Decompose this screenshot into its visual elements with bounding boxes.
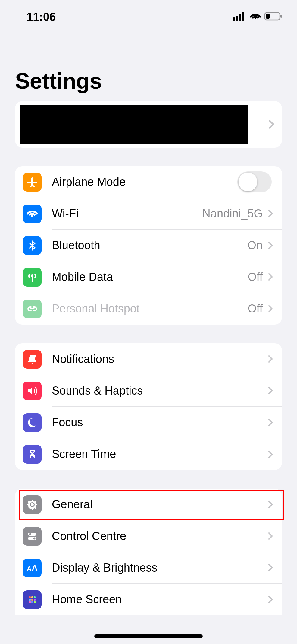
system-group-wrapper: General Control Centre AA Display & Brig… (15, 489, 282, 615)
svg-rect-5 (280, 15, 282, 18)
cellular-icon (233, 12, 246, 22)
bluetooth-value: On (247, 239, 263, 252)
speaker-icon (23, 382, 42, 400)
text-size-icon: AA (23, 559, 42, 577)
mobile-data-row[interactable]: Mobile Data Off (15, 261, 282, 293)
control-centre-label: Control Centre (52, 530, 268, 543)
bluetooth-row[interactable]: Bluetooth On (15, 230, 282, 261)
chevron-right-icon (268, 500, 273, 508)
svg-rect-26 (31, 596, 33, 598)
alerts-group: Notifications Sounds & Haptics Focus Scr… (15, 343, 282, 470)
general-label: General (52, 498, 268, 511)
svg-rect-33 (34, 601, 36, 603)
airplane-icon (23, 173, 42, 192)
display-brightness-row[interactable]: AA Display & Brightness (15, 552, 282, 584)
bluetooth-label: Bluetooth (52, 239, 247, 252)
display-brightness-label: Display & Brightness (52, 561, 268, 574)
mobile-data-value: Off (248, 271, 263, 284)
notifications-label: Notifications (52, 353, 268, 366)
sounds-haptics-label: Sounds & Haptics (52, 384, 268, 397)
chevron-right-icon (268, 450, 273, 458)
control-centre-row[interactable]: Control Centre (15, 520, 282, 552)
focus-label: Focus (52, 416, 268, 429)
personal-hotspot-value: Off (248, 302, 263, 315)
svg-rect-14 (36, 504, 37, 505)
screen-time-label: Screen Time (52, 448, 268, 461)
chevron-right-icon (268, 305, 273, 313)
wifi-label: Wi-Fi (52, 207, 202, 220)
general-row[interactable]: General (15, 489, 282, 520)
svg-rect-2 (239, 14, 241, 21)
status-indicators (233, 12, 283, 22)
svg-point-9 (33, 355, 36, 358)
airplane-mode-label: Airplane Mode (52, 176, 237, 189)
bluetooth-icon (23, 236, 42, 255)
mobile-data-label: Mobile Data (52, 271, 248, 284)
chevron-right-icon (268, 210, 273, 217)
svg-rect-32 (31, 601, 33, 603)
airplane-mode-toggle[interactable] (237, 171, 272, 192)
app-grid-icon (23, 590, 42, 609)
svg-rect-11 (32, 500, 33, 501)
svg-text:A: A (32, 563, 38, 573)
gear-icon (23, 495, 42, 514)
svg-rect-1 (236, 16, 238, 21)
status-time: 11:06 (27, 11, 56, 24)
svg-rect-29 (31, 599, 33, 601)
svg-text:A: A (27, 565, 32, 573)
battery-icon (264, 12, 283, 22)
wifi-row[interactable]: Wi-Fi Nandini_5G (15, 198, 282, 230)
personal-hotspot-label: Personal Hotspot (52, 302, 248, 315)
antenna-icon (23, 268, 42, 287)
airplane-mode-row[interactable]: Airplane Mode (15, 166, 282, 198)
svg-rect-7 (32, 277, 33, 282)
svg-point-22 (33, 537, 36, 539)
personal-hotspot-row[interactable]: Personal Hotspot Off (15, 293, 282, 325)
system-group: General Control Centre AA Display & Brig… (15, 489, 282, 615)
svg-rect-13 (27, 504, 29, 505)
chevron-right-icon (268, 273, 273, 281)
wifi-icon (23, 205, 42, 223)
connectivity-group: Airplane Mode Wi-Fi Nandini_5G Bluetooth… (15, 166, 282, 325)
wifi-status-icon (249, 12, 261, 22)
account-row[interactable] (15, 101, 282, 148)
account-redacted (20, 105, 248, 144)
chevron-right-icon (268, 595, 273, 603)
toggles-icon (23, 527, 42, 546)
svg-rect-0 (233, 17, 235, 21)
home-screen-row[interactable]: Home Screen (15, 584, 282, 615)
chevron-right-icon (268, 532, 273, 540)
bell-icon (23, 350, 42, 369)
link-icon (23, 300, 42, 318)
moon-icon (23, 413, 42, 432)
svg-point-8 (31, 274, 33, 277)
chevron-right-icon (268, 418, 273, 426)
svg-rect-3 (242, 12, 244, 21)
home-indicator[interactable] (94, 634, 203, 638)
svg-rect-31 (29, 601, 31, 603)
notifications-row[interactable]: Notifications (15, 343, 282, 375)
svg-point-21 (29, 533, 31, 535)
wifi-value: Nandini_5G (202, 207, 263, 220)
svg-rect-25 (29, 596, 31, 598)
status-bar: 11:06 (0, 0, 297, 29)
svg-rect-30 (34, 599, 36, 601)
home-screen-label: Home Screen (52, 593, 268, 606)
hourglass-icon (23, 445, 42, 464)
chevron-right-icon (268, 387, 273, 395)
chevron-right-icon (268, 355, 273, 363)
svg-rect-12 (32, 508, 33, 510)
chevron-right-icon (268, 564, 273, 572)
chevron-right-icon (269, 120, 274, 129)
sounds-haptics-row[interactable]: Sounds & Haptics (15, 375, 282, 407)
chevron-right-icon (268, 241, 273, 249)
svg-rect-27 (34, 596, 36, 598)
focus-row[interactable]: Focus (15, 407, 282, 438)
screen-time-row[interactable]: Screen Time (15, 438, 282, 470)
svg-rect-28 (29, 599, 31, 601)
page-title: Settings (15, 68, 297, 94)
svg-rect-6 (266, 14, 270, 19)
